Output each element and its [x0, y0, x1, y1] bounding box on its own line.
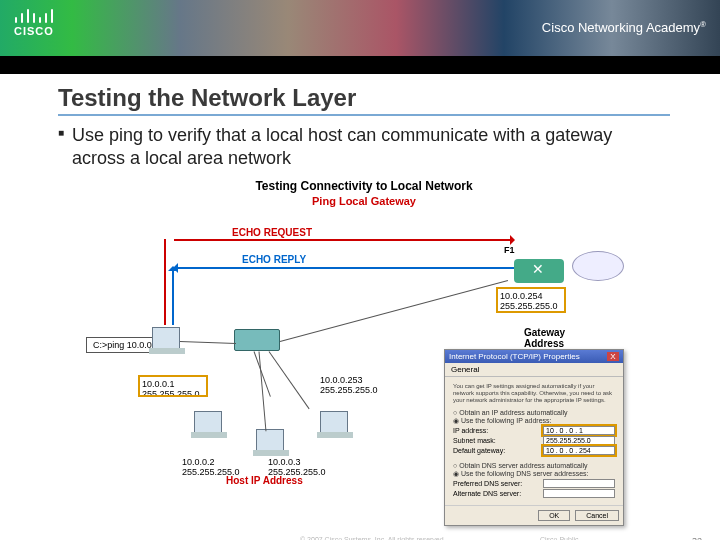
input-gw[interactable]	[543, 446, 615, 455]
radio-auto-dns[interactable]: Obtain DNS server address automatically	[453, 462, 615, 469]
router-icon	[514, 259, 564, 283]
dialog-tab-general[interactable]: General	[445, 363, 623, 377]
host-ip-callout: Host IP Address	[226, 475, 303, 486]
wire	[180, 341, 236, 344]
divider-strip	[0, 56, 720, 74]
page-number: 32	[692, 536, 702, 540]
radio-manual-dns[interactable]: Use the following DNS server addresses:	[453, 470, 615, 478]
host4-label: 10.0.0.253255.255.255.0	[320, 375, 378, 396]
host-ip-highlight	[138, 375, 208, 397]
input-dns2[interactable]	[543, 489, 615, 498]
wire	[259, 351, 267, 431]
lbl-mask: Subnet mask:	[453, 437, 496, 444]
cisco-logo: CISCO	[14, 6, 58, 37]
wire	[280, 280, 508, 342]
cloud-icon	[572, 251, 624, 281]
echo-request-arrow	[174, 239, 514, 241]
ok-button[interactable]: OK	[538, 510, 570, 521]
gateway-callout: GatewayAddress	[524, 327, 565, 349]
brand-text: CISCO	[14, 26, 58, 37]
header-banner: CISCO Cisco Networking Academy®	[0, 0, 720, 56]
slide-title: Testing the Network Layer	[58, 84, 670, 116]
dialog-title-text: Internet Protocol (TCP/IP) Properties	[449, 352, 580, 361]
input-ip[interactable]	[543, 426, 615, 435]
echo-reply-label: ECHO REPLY	[242, 254, 306, 265]
tcpip-dialog: Internet Protocol (TCP/IP) Properties X …	[444, 349, 624, 526]
lbl-dns2: Alternate DNS server:	[453, 490, 521, 497]
classification: Cisco Public	[540, 536, 579, 540]
slide-bullet: Use ping to verify that a local host can…	[58, 124, 670, 169]
dialog-body: You can get IP settings assigned automat…	[445, 377, 623, 505]
switch-icon	[234, 329, 280, 351]
dialog-titlebar: Internet Protocol (TCP/IP) Properties X	[445, 350, 623, 363]
copyright: © 2007 Cisco Systems, Inc. All rights re…	[300, 536, 446, 540]
cancel-button[interactable]: Cancel	[575, 510, 619, 521]
network-diagram: Testing Connectivity to Local Network Pi…	[104, 179, 624, 519]
host-pc-3	[256, 429, 284, 451]
echo-reply-arrow	[174, 267, 514, 269]
diagram-subtitle: Ping Local Gateway	[104, 195, 624, 207]
echo-request-label: ECHO REQUEST	[232, 227, 312, 238]
diagram-title: Testing Connectivity to Local Network	[104, 179, 624, 193]
red-down-arrow	[164, 239, 166, 325]
blue-down-arrow	[172, 267, 174, 325]
input-mask[interactable]	[543, 436, 615, 445]
academy-label: Cisco Networking Academy®	[542, 20, 706, 35]
radio-auto-ip[interactable]: Obtain an IP address automatically	[453, 409, 615, 416]
router-name: F1	[504, 245, 515, 255]
gateway-highlight	[496, 287, 566, 313]
host-pc-4	[320, 411, 348, 433]
host-pc-1	[152, 327, 180, 349]
radio-manual-ip[interactable]: Use the following IP address:	[453, 417, 615, 425]
input-dns1[interactable]	[543, 479, 615, 488]
host-pc-2	[194, 411, 222, 433]
lbl-ip: IP address:	[453, 427, 488, 434]
dialog-buttons: OK Cancel	[445, 505, 623, 525]
dialog-desc: You can get IP settings assigned automat…	[453, 383, 615, 405]
slide-content: Testing the Network Layer Use ping to ve…	[0, 74, 720, 519]
close-icon[interactable]: X	[607, 352, 619, 361]
wire	[269, 351, 310, 409]
lbl-dns1: Preferred DNS server:	[453, 480, 522, 487]
lbl-gw: Default gateway:	[453, 447, 505, 454]
